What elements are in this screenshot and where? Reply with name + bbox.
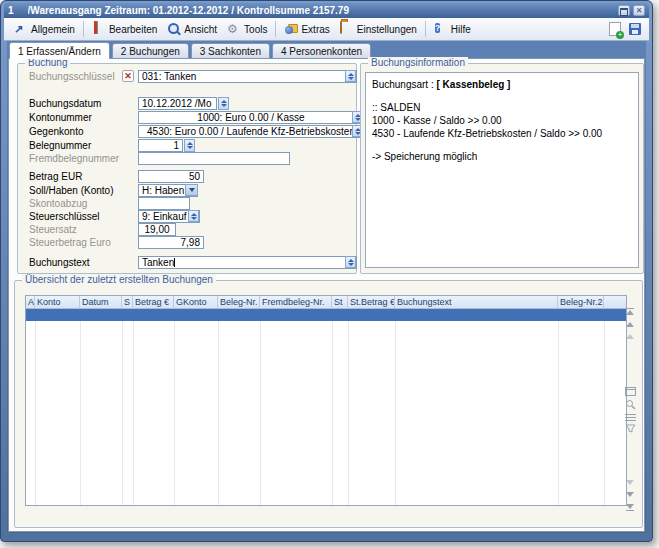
column-header[interactable]: Fremdbeleg-Nr. [260,296,332,309]
menu-label: Allgemein [31,24,75,35]
buchungen-uebersicht-group: Übersicht der zuletzt erstellten Buchung… [14,280,643,528]
column-header[interactable]: Datum [80,296,122,309]
steuerbetrag-euro-input[interactable]: 7,98 [138,236,204,249]
column-header[interactable]: Beleg-Nr. [218,296,260,309]
column-header[interactable]: A [26,296,35,309]
diagonal-arrow-icon: ↗ [14,22,28,36]
spinner-icon[interactable] [345,70,356,82]
field-label: Fremdbelegnummer [29,153,119,164]
settings-folder-icon [340,22,354,36]
menu-tools[interactable]: ⚙ Tools [222,20,272,38]
records-icon[interactable] [623,413,637,422]
buchungsart-line: Buchungsart : [ Kassenbeleg ] [372,78,632,91]
folder-ball-icon [284,22,298,36]
tab-sachkonten[interactable]: 3 Sachkonten [191,43,270,59]
field-label: Buchungstext [29,257,90,268]
go-first-icon[interactable] [623,308,637,315]
gegenkonto-combo[interactable]: 4530: Euro 0.00 / Laufende Kfz-Betriebsk… [138,125,364,138]
grid-line [260,309,333,505]
save-icon[interactable] [628,22,642,36]
column-header[interactable]: Buchungstext [395,296,558,309]
scroll-up-icon[interactable] [623,322,637,327]
restore-button[interactable] [618,5,630,16]
tab-bar: 1 Erfassen/Ändern 2 Buchungen 3 Sachkont… [9,42,373,59]
menu-einstellungen[interactable]: Einstellungen [335,20,422,38]
field-label: Soll/Haben (Konto) [29,185,114,196]
tab-erfassen-aendern[interactable]: 1 Erfassen/Ändern [9,42,110,59]
column-header[interactable]: Beleg-Nr.2 [558,296,604,309]
salden-header: :: SALDEN [372,101,632,114]
close-button[interactable]: ✕ [633,5,645,16]
spinner-icon[interactable] [188,210,199,222]
window-title: /Warenausgang Zeitraum: 01.2012-12.2012 … [28,5,615,16]
group-title: Übersicht der zuletzt erstellten Buchung… [22,274,216,285]
field-value: 7,98 [139,237,203,248]
grid-line [332,309,349,505]
grid-line [174,309,219,505]
column-header[interactable]: S [122,296,133,309]
toolbar: ↗ Allgemein Bearbeiten Ansicht ⚙ Tools E… [4,18,649,41]
steuerschluessel-combo[interactable]: 9: Einkauf zu [138,210,200,223]
skontoabzug-input[interactable] [138,197,190,210]
kontonummer-combo[interactable]: 1000: Euro 0.00 / Kasse [138,111,364,124]
search-icon[interactable] [623,399,637,410]
page-up-icon[interactable] [623,334,637,339]
menu-hilfe[interactable]: ? Hilfe [429,20,476,38]
column-header[interactable]: GKonto [174,296,218,309]
belegnummer-input[interactable]: 1 [138,139,183,152]
field-label: Buchungsschlüssel [29,71,115,82]
grid-line [80,309,123,505]
buchungstext-input[interactable]: Tanken [138,256,357,269]
spinner-icon[interactable] [345,256,356,268]
field-value: 1 [139,140,182,151]
menu-label: Bearbeiten [109,24,157,35]
clear-icon[interactable]: ✕ [122,70,134,82]
tab-buchungen[interactable]: 2 Buchungen [112,43,189,59]
titlebar[interactable]: 1 /Warenausgang Zeitraum: 01.2012-12.201… [4,3,649,18]
field-value: 4530: Euro 0.00 / Laufende Kfz-Betriebsk… [139,126,363,137]
buchungsschluessel-combo[interactable]: 031: Tanken [138,70,357,83]
field-label: Skontoabzug [29,198,87,209]
new-document-icon[interactable] [608,22,622,36]
menu-allgemein[interactable]: ↗ Allgemein [9,20,80,38]
steuersatz-input[interactable]: 19,00 [138,223,176,236]
betrag-eur-input[interactable]: 50 [138,170,204,183]
fremdbelegnummer-input[interactable] [138,152,290,165]
form-icon[interactable] [623,387,637,396]
page-down-icon[interactable] [623,480,637,485]
buchungsart-value: [ Kassenbeleg ] [437,79,511,90]
column-header[interactable]: Betrag € [133,296,174,309]
spinner-icon[interactable] [218,97,229,110]
menu-label: Tools [244,24,267,35]
column-header[interactable]: St.Betrag € [348,296,395,309]
notebook-icon [92,22,106,36]
menu-ansicht[interactable]: Ansicht [162,20,222,38]
table-body[interactable] [26,309,626,505]
column-header[interactable]: St [332,296,348,309]
spinner-icon[interactable] [184,139,195,152]
field-label: Steuerschlüssel [29,211,100,222]
window-number: 1 [8,5,14,16]
tab-personenkonten[interactable]: 4 Personenkonten [272,43,371,59]
menu-extras[interactable]: Extras [279,20,334,38]
menu-bearbeiten[interactable]: Bearbeiten [87,20,162,38]
field-value: Tanken [139,257,177,268]
selected-row[interactable] [26,309,626,321]
scroll-down-icon[interactable] [623,492,637,497]
chevron-down-icon[interactable] [185,184,198,196]
help-icon: ? [434,22,448,36]
gear-icon: ⚙ [227,22,241,36]
field-label: Belegnummer [29,140,91,151]
soll-haben-select[interactable]: H: Haben [138,184,198,197]
grid-line [133,309,175,505]
filter-icon[interactable] [623,424,637,433]
buchungsinformation-group: Buchungsinformation Buchungsart : [ Kass… [360,63,644,274]
menu-label: Extras [301,24,329,35]
bookings-table: A Konto Datum S Betrag € GKonto Beleg-Nr… [25,295,627,506]
tab-panel: Buchung Buchungsschlüssel ✕ 031: Tanken … [8,58,645,532]
field-value: 50 [139,171,203,182]
field-label: Betrag EUR [29,171,82,182]
buchungsdatum-input[interactable]: 10.12.2012 /Mo [138,97,217,110]
column-header[interactable]: Konto [35,296,80,309]
go-last-icon[interactable] [623,504,637,511]
